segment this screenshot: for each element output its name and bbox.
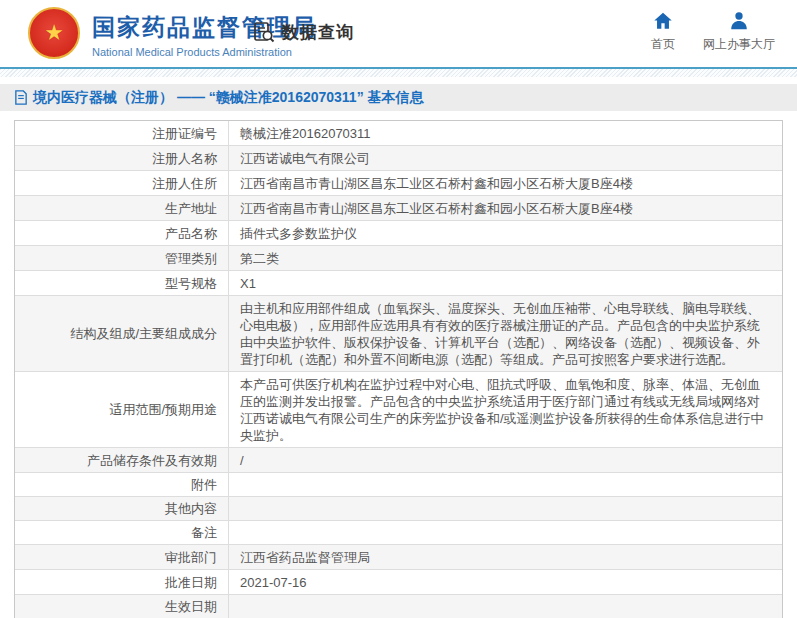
row-value-text: 江西省南昌市青山湖区昌东工业区石桥村鑫和园小区石桥大厦B座4楼 [240, 200, 771, 217]
row-label-text: 管理类别 [165, 250, 217, 267]
row-value-text: / [240, 452, 771, 469]
row-value: / [229, 448, 782, 472]
row-label: 管理类别 [15, 246, 229, 270]
table-row: 结构及组成/主要组成成分 由主机和应用部件组成（血氧探头、温度探头、无创血压袖带… [15, 296, 782, 372]
row-value: 江西诺诚电气有限公司 [229, 146, 782, 170]
row-value: 江西省南昌市青山湖区昌东工业区石桥村鑫和园小区石桥大厦B座4楼 [229, 196, 782, 220]
row-label-text: 附件 [191, 476, 217, 493]
row-value: 插件式多参数监护仪 [229, 221, 782, 245]
row-value-text: 2021-07-16 [240, 574, 771, 591]
person-icon [728, 10, 750, 32]
row-label-text: 注册人名称 [152, 150, 217, 167]
row-label-text: 结构及组成/主要组成成分 [70, 325, 217, 342]
row-value: 江西省药品监督管理局 [229, 545, 782, 569]
table-row: 备注 [15, 521, 782, 545]
table-row: 适用范围/预期用途 本产品可供医疗机构在监护过程中对心电、阻抗式呼吸、血氧饱和度… [15, 372, 782, 448]
row-label: 注册人名称 [15, 146, 229, 170]
row-value: 由主机和应用部件组成（血氧探头、温度探头、无创血压袖带、心电导联线、脑电导联线、… [229, 296, 782, 371]
document-search-icon [252, 20, 276, 44]
table-row: 其他内容 [15, 497, 782, 521]
row-label-text: 生效日期 [165, 598, 217, 615]
table-row: 注册人名称 江西诺诚电气有限公司 [15, 146, 782, 171]
header-stripe-band [0, 69, 797, 77]
row-label-text: 审批部门 [165, 549, 217, 566]
table-row: 产品储存条件及有效期 / [15, 448, 782, 473]
row-label: 生产地址 [15, 196, 229, 220]
table-row: 管理类别 第二类 [15, 246, 782, 271]
row-value [229, 473, 782, 496]
row-label: 批准日期 [15, 570, 229, 594]
row-label: 注册人住所 [15, 171, 229, 195]
nav-online-hall-label: 网上办事大厅 [703, 36, 775, 53]
row-value-text: X1 [240, 275, 771, 292]
table-row: 生效日期 [15, 595, 782, 618]
row-value [229, 521, 782, 544]
row-value-text: 插件式多参数监护仪 [240, 225, 771, 242]
table-row: 注册证编号 赣械注准20162070311 [15, 121, 782, 146]
table-row: 批准日期 2021-07-16 [15, 570, 782, 595]
nav-home-label: 首页 [651, 36, 675, 53]
table-row: 产品名称 插件式多参数监护仪 [15, 221, 782, 246]
top-nav: 首页 网上办事大厅 [651, 10, 775, 53]
nmpa-emblem-logo: ★ [28, 7, 80, 59]
row-label-text: 其他内容 [165, 500, 217, 517]
table-row: 型号规格 X1 [15, 271, 782, 296]
row-label: 注册证编号 [15, 121, 229, 145]
row-label: 生效日期 [15, 595, 229, 618]
row-label: 备注 [15, 521, 229, 544]
row-value [229, 595, 782, 618]
emblem-star-icon: ★ [44, 22, 64, 44]
table-row: 审批部门 江西省药品监督管理局 [15, 545, 782, 570]
breadcrumb: 境内医疗器械（注册） —— “赣械注准20162070311” 基本信息 [0, 84, 797, 111]
row-label: 型号规格 [15, 271, 229, 295]
row-value-text: 江西省南昌市青山湖区昌东工业区石桥村鑫和园小区石桥大厦B座4楼 [240, 175, 771, 192]
row-label: 产品储存条件及有效期 [15, 448, 229, 472]
table-row: 生产地址 江西省南昌市青山湖区昌东工业区石桥村鑫和园小区石桥大厦B座4楼 [15, 196, 782, 221]
row-value [229, 497, 782, 520]
row-value-text: 第二类 [240, 250, 771, 267]
row-label-text: 产品名称 [165, 225, 217, 242]
row-label: 产品名称 [15, 221, 229, 245]
row-label: 结构及组成/主要组成成分 [15, 296, 229, 371]
row-label: 附件 [15, 473, 229, 496]
home-icon [652, 10, 674, 32]
table-row: 注册人住所 江西省南昌市青山湖区昌东工业区石桥村鑫和园小区石桥大厦B座4楼 [15, 171, 782, 196]
data-query-title: 数据查询 [252, 20, 354, 44]
page-header: ★ 国家药品监督管理局 National Medical Products Ad… [0, 0, 797, 67]
row-value-text: 本产品可供医疗机构在监护过程中对心电、阻抗式呼吸、血氧饱和度、脉率、体温、无创血… [240, 376, 771, 444]
org-name-en: National Medical Products Administration [92, 46, 317, 58]
row-label-text: 生产地址 [165, 200, 217, 217]
info-table: 注册证编号 赣械注准20162070311 注册人名称 江西诺诚电气有限公司 注… [14, 120, 783, 618]
nav-home[interactable]: 首页 [651, 10, 675, 53]
nav-online-hall[interactable]: 网上办事大厅 [703, 10, 775, 53]
row-value: 第二类 [229, 246, 782, 270]
row-value-text: 江西省药品监督管理局 [240, 549, 771, 566]
row-label-text: 型号规格 [165, 275, 217, 292]
row-value: 赣械注准20162070311 [229, 121, 782, 145]
document-icon [14, 90, 28, 105]
row-label: 审批部门 [15, 545, 229, 569]
table-row: 附件 [15, 473, 782, 497]
row-value: X1 [229, 271, 782, 295]
row-value: 2021-07-16 [229, 570, 782, 594]
row-label-text: 注册人住所 [152, 175, 217, 192]
row-value: 本产品可供医疗机构在监护过程中对心电、阻抗式呼吸、血氧饱和度、脉率、体温、无创血… [229, 372, 782, 447]
page-title: 境内医疗器械（注册） —— “赣械注准20162070311” 基本信息 [33, 89, 424, 107]
data-query-label: 数据查询 [282, 21, 354, 44]
row-label-text: 注册证编号 [152, 125, 217, 142]
row-value-text: 江西诺诚电气有限公司 [240, 150, 771, 167]
row-label-text: 批准日期 [165, 574, 217, 591]
row-label: 适用范围/预期用途 [15, 372, 229, 447]
row-label-text: 备注 [191, 524, 217, 541]
row-value: 江西省南昌市青山湖区昌东工业区石桥村鑫和园小区石桥大厦B座4楼 [229, 171, 782, 195]
row-value-text: 由主机和应用部件组成（血氧探头、温度探头、无创血压袖带、心电导联线、脑电导联线、… [240, 300, 771, 368]
row-label: 其他内容 [15, 497, 229, 520]
row-label-text: 适用范围/预期用途 [109, 401, 217, 418]
row-value-text: 赣械注准20162070311 [240, 125, 771, 142]
row-label-text: 产品储存条件及有效期 [87, 452, 217, 469]
